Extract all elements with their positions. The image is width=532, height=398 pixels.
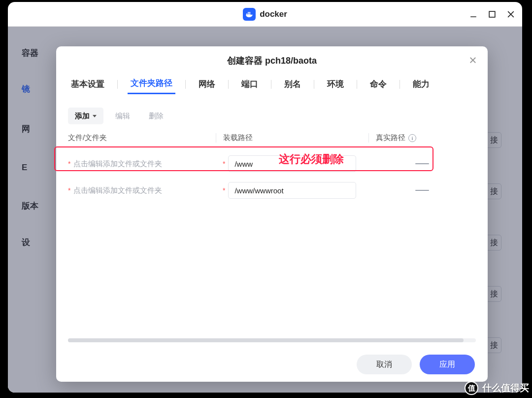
mount-cell: * /www xyxy=(216,155,368,172)
mount-input[interactable]: /www xyxy=(228,155,356,172)
file-placeholder: 点击编辑添加文件或文件夹 xyxy=(73,186,162,195)
add-button-label: 添加 xyxy=(75,111,90,121)
required-icon: * xyxy=(223,186,225,194)
tab-network[interactable]: 网络 xyxy=(196,78,218,94)
close-window-icon[interactable] xyxy=(505,9,516,20)
tab-command[interactable]: 命令 xyxy=(367,78,390,94)
tab-capability[interactable]: 能力 xyxy=(410,78,432,94)
tab-separator xyxy=(185,80,186,89)
tab-separator xyxy=(228,80,229,89)
required-icon: * xyxy=(223,160,225,168)
horizontal-scrollbar[interactable] xyxy=(68,338,476,342)
col-file: 文件/文件夹 xyxy=(68,133,216,143)
col-real: 真实路径 i xyxy=(368,133,476,143)
svg-rect-6 xyxy=(489,11,495,17)
placeholder-dash xyxy=(415,163,429,164)
minimize-icon[interactable] xyxy=(468,9,479,20)
real-cell xyxy=(368,190,476,191)
file-placeholder: 点击编辑添加文件或文件夹 xyxy=(73,159,162,169)
real-cell xyxy=(368,163,476,164)
file-cell[interactable]: * 点击编辑添加文件或文件夹 xyxy=(68,186,216,195)
mount-cell: * /www/wwwroot xyxy=(216,182,368,199)
col-real-label: 真实路径 xyxy=(376,133,405,143)
table-header: 文件/文件夹 装载路径 真实路径 i xyxy=(56,130,488,146)
tab-env[interactable]: 环境 xyxy=(324,78,347,94)
file-cell[interactable]: * 点击编辑添加文件或文件夹 xyxy=(68,159,216,169)
tab-separator xyxy=(117,80,118,89)
watermark-text: 什么值得买 xyxy=(482,382,529,395)
col-mount: 装载路径 xyxy=(216,133,368,143)
titlebar: docker xyxy=(8,2,522,27)
tab-basic[interactable]: 基本设置 xyxy=(68,78,107,94)
tab-port[interactable]: 端口 xyxy=(238,78,261,94)
mount-input[interactable]: /www/wwwroot xyxy=(228,182,356,199)
svg-rect-3 xyxy=(248,12,249,13)
placeholder-dash xyxy=(415,190,429,191)
tabs: 基本设置 文件夹路径 网络 端口 别名 环境 命令 能力 xyxy=(56,75,488,97)
table-row[interactable]: * 点击编辑添加文件或文件夹 * /www xyxy=(68,150,476,177)
docker-icon xyxy=(243,8,256,21)
create-container-modal: 创建容器 pch18/baota 基本设置 文件夹路径 网络 端口 别名 环境 … xyxy=(56,46,488,382)
watermark-badge: 值 xyxy=(465,381,478,395)
svg-rect-0 xyxy=(246,13,247,14)
window-controls xyxy=(468,2,516,27)
info-icon[interactable]: i xyxy=(408,134,416,142)
modal-footer: 取消 应用 xyxy=(56,347,488,382)
required-icon: * xyxy=(68,186,70,194)
cancel-button[interactable]: 取消 xyxy=(357,355,412,374)
close-icon[interactable] xyxy=(467,54,479,66)
tab-alias[interactable]: 别名 xyxy=(281,78,304,94)
tab-folder-path[interactable]: 文件夹路径 xyxy=(128,77,175,94)
app-name: docker xyxy=(260,9,287,19)
watermark: 值 什么值得买 xyxy=(465,381,529,395)
tab-separator xyxy=(314,80,314,89)
table-body: 这行必须删除 * 点击编辑添加文件或文件夹 * /www * 点击编辑添加文件或… xyxy=(56,146,488,204)
table-row[interactable]: * 点击编辑添加文件或文件夹 * /www/wwwroot xyxy=(68,177,476,204)
modal-header: 创建容器 pch18/baota xyxy=(56,46,488,75)
delete-button[interactable]: 删除 xyxy=(142,108,170,124)
svg-rect-1 xyxy=(248,13,249,14)
tab-separator xyxy=(271,80,271,89)
maximize-icon[interactable] xyxy=(487,9,498,20)
modal-title: 创建容器 pch18/baota xyxy=(227,55,317,67)
svg-rect-4 xyxy=(249,12,250,13)
edit-button[interactable]: 编辑 xyxy=(108,108,137,124)
tab-separator xyxy=(399,80,400,89)
app-title-group: docker xyxy=(243,8,287,21)
tab-separator xyxy=(357,80,357,89)
svg-rect-2 xyxy=(249,13,250,14)
required-icon: * xyxy=(68,160,70,168)
chevron-down-icon xyxy=(93,115,97,117)
scrollbar-thumb[interactable] xyxy=(68,338,464,342)
add-button[interactable]: 添加 xyxy=(68,108,103,124)
apply-button[interactable]: 应用 xyxy=(420,355,475,374)
toolbar: 添加 编辑 删除 xyxy=(56,97,488,130)
app-window: docker 容器 镜 网 E 版本 设 接 接 接 接 接 minio/min… xyxy=(8,2,522,393)
